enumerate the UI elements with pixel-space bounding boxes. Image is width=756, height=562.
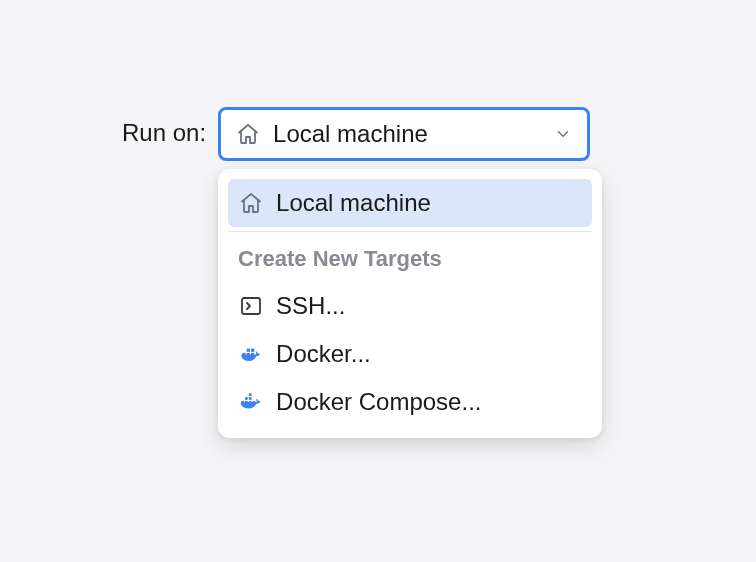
docker-icon [238, 341, 264, 367]
dropdown-item-local-machine[interactable]: Local machine [228, 179, 592, 227]
home-icon [235, 121, 261, 147]
home-icon [238, 190, 264, 216]
svg-rect-4 [247, 349, 250, 352]
svg-rect-11 [249, 397, 252, 400]
section-header-create-targets: Create New Targets [228, 238, 592, 282]
docker-compose-icon [238, 389, 264, 415]
dropdown-item-label: Docker... [276, 340, 371, 368]
dropdown-item-label: SSH... [276, 292, 345, 320]
svg-rect-12 [249, 393, 252, 396]
terminal-icon [238, 293, 264, 319]
run-on-label: Run on: [122, 107, 206, 147]
run-target-select[interactable]: Local machine [218, 107, 590, 161]
dropdown-item-label: Local machine [276, 189, 431, 217]
svg-rect-0 [242, 298, 260, 314]
dropdown-item-docker-compose[interactable]: Docker Compose... [228, 378, 592, 426]
run-target-dropdown: Local machine Create New Targets SSH... [218, 169, 602, 438]
select-value: Local machine [273, 120, 553, 148]
svg-rect-10 [245, 397, 248, 400]
dropdown-item-ssh[interactable]: SSH... [228, 282, 592, 330]
dropdown-item-docker[interactable]: Docker... [228, 330, 592, 378]
dropdown-item-label: Docker Compose... [276, 388, 481, 416]
chevron-down-icon [553, 124, 573, 144]
divider [228, 231, 592, 232]
svg-rect-5 [251, 349, 254, 352]
